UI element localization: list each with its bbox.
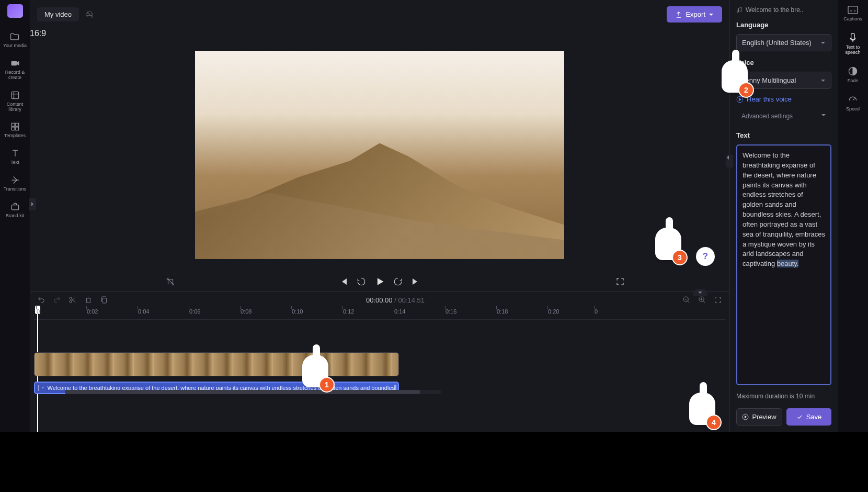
svg-rect-5 — [15, 127, 18, 130]
video-clip[interactable] — [34, 352, 399, 376]
aspect-ratio-button[interactable]: 16:9 — [30, 29, 729, 38]
timeline-ruler[interactable]: 0 0:02 0:04 0:06 0:08 0:10 0:12 0:14 0:1… — [34, 308, 725, 320]
export-label: Export — [686, 10, 705, 18]
nav-label-library: Content library — [0, 102, 30, 113]
timeline-toolbar: 00:00.00 / 00:14.51 — [30, 292, 729, 308]
play-circle-icon — [742, 413, 749, 420]
zoom-out-icon[interactable] — [682, 296, 691, 304]
play-icon[interactable] — [374, 276, 385, 287]
svg-point-10 — [70, 300, 72, 303]
voice-dropdown[interactable]: Jenny Multilingual — [736, 72, 831, 89]
export-button[interactable]: Export — [667, 6, 722, 23]
svg-rect-3 — [15, 124, 18, 127]
ruler-tick: 0:14 — [394, 308, 405, 315]
more-options[interactable] — [693, 289, 707, 296]
ruler-tick: 0:10 — [292, 308, 303, 315]
language-dropdown[interactable]: English (United States) — [736, 34, 831, 51]
ruler-tick: 0 — [37, 308, 40, 315]
ruler-tick: 0:20 — [548, 308, 559, 315]
nav-label-templates: Templates — [4, 133, 26, 139]
nav-record-create[interactable]: Record & create — [0, 57, 30, 82]
timeline-scrollbar[interactable] — [65, 390, 441, 394]
ruler-tick: 0:08 — [241, 308, 252, 315]
nav-label-record: Record & create — [0, 70, 30, 81]
project-title[interactable]: My video — [37, 7, 79, 21]
advanced-settings-toggle[interactable]: Advanced settings — [736, 108, 831, 124]
speed-tab[interactable]: Speed — [846, 94, 860, 112]
right-sidebar: Captions Text to speech Fade Speed — [838, 0, 868, 432]
redo-icon[interactable] — [53, 296, 61, 304]
tts-text-input[interactable]: Welcome to the breathtaking expanse of t… — [736, 144, 831, 385]
speed-icon — [848, 94, 858, 105]
video-preview[interactable] — [195, 51, 564, 259]
chevron-down-icon — [709, 12, 714, 17]
max-duration-note: Maximum duration is 10 min — [736, 393, 831, 400]
skip-back-icon[interactable] — [339, 277, 348, 286]
help-button[interactable]: ? — [696, 247, 715, 266]
captions-tab[interactable]: Captions — [843, 5, 862, 22]
left-sidebar: Your media Record & create Content libra… — [0, 0, 30, 432]
chevron-down-icon — [821, 113, 826, 118]
svg-rect-1 — [12, 92, 18, 98]
nav-label-brand: Brand kit — [6, 214, 25, 219]
crop-icon[interactable] — [166, 277, 175, 286]
transitions-icon — [10, 175, 20, 185]
clip-handle-left[interactable] — [38, 385, 39, 391]
chevron-down-icon — [820, 78, 826, 83]
nav-content-library[interactable]: Content library — [0, 89, 30, 114]
save-button[interactable]: Save — [786, 408, 831, 426]
library-icon — [10, 90, 20, 100]
cloud-sync-icon[interactable] — [85, 10, 95, 19]
panel-audio-header: Welcome to the bre.. — [736, 6, 831, 14]
rewind-icon[interactable] — [357, 277, 366, 286]
fade-tab[interactable]: Fade — [848, 66, 859, 84]
ruler-tick: 0:04 — [138, 308, 149, 315]
nav-templates[interactable]: Templates — [4, 120, 26, 140]
templates-icon — [10, 121, 20, 132]
svg-rect-4 — [12, 127, 15, 130]
check-icon — [796, 413, 803, 420]
nav-brand-kit[interactable]: Brand kit — [6, 200, 25, 220]
tts-text-selection: beauty. — [777, 260, 799, 267]
scissors-icon[interactable] — [68, 296, 77, 304]
text-to-speech-tab[interactable]: Text to speech — [838, 32, 868, 55]
fit-icon[interactable] — [714, 296, 722, 304]
player-controls — [30, 271, 729, 291]
total-duration: 00:14.51 — [398, 296, 425, 304]
zoom-in-icon[interactable] — [698, 296, 706, 304]
preview-button[interactable]: Preview — [736, 408, 782, 426]
trash-icon[interactable] — [84, 296, 93, 304]
text-label: Text — [736, 131, 831, 139]
forward-icon[interactable] — [393, 277, 403, 286]
skip-forward-icon[interactable] — [411, 277, 420, 286]
text-icon — [10, 148, 20, 159]
fade-icon — [848, 66, 858, 76]
voice-value: Jenny Multilingual — [742, 76, 796, 84]
svg-point-9 — [70, 297, 72, 299]
timeline-section: 00:00.00 / 00:14.51 0 0:02 0:04 0:06 0:0… — [30, 291, 729, 432]
camera-icon — [10, 58, 20, 69]
hear-voice-button[interactable]: Hear this voice — [736, 95, 831, 103]
main-area: My video Export 16:9 ? — [30, 0, 729, 432]
svg-rect-0 — [11, 61, 17, 65]
play-circle-icon — [736, 96, 744, 103]
copy-icon[interactable] — [100, 296, 108, 304]
nav-transitions[interactable]: Transitions — [4, 174, 27, 193]
nav-label-text: Text — [10, 160, 19, 165]
nav-label-transitions: Transitions — [4, 187, 27, 192]
ruler-tick: 0:12 — [343, 308, 354, 315]
folder-icon — [9, 31, 20, 42]
chevron-left-icon — [726, 155, 730, 160]
music-note-icon — [736, 7, 743, 13]
nav-text[interactable]: Text — [10, 147, 20, 166]
nav-your-media[interactable]: Your media — [3, 30, 27, 50]
fullscreen-icon[interactable] — [615, 277, 625, 286]
timeline-tracks: Welcome to the breathtaking expanse of t… — [30, 320, 729, 394]
app-logo[interactable] — [7, 4, 23, 18]
collapse-right-panel[interactable] — [726, 155, 733, 167]
tts-panel: Welcome to the bre.. Language English (U… — [729, 0, 838, 432]
voice-label: Voice — [736, 59, 831, 66]
top-bar: My video Export — [30, 0, 729, 29]
undo-icon[interactable] — [37, 296, 45, 304]
upload-icon — [675, 11, 682, 18]
